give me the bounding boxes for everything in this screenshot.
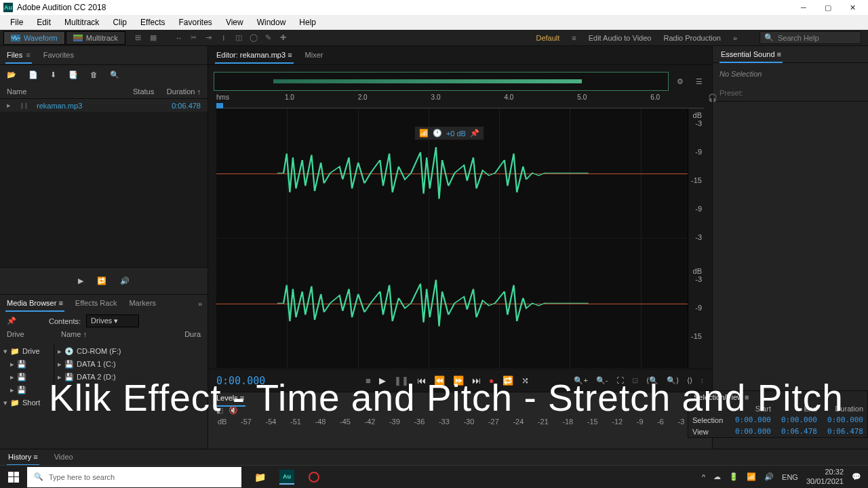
menu-view[interactable]: View (219, 16, 250, 29)
headphones-icon[interactable]: 🎧 (708, 94, 717, 102)
essential-sound-tab[interactable]: Essential Sound ≡ (719, 47, 783, 63)
media-shortcut-icon[interactable]: 📌 (7, 317, 16, 325)
razor-tool-icon[interactable]: ✂ (187, 32, 201, 44)
tray-battery-icon[interactable]: 🔋 (729, 472, 738, 481)
insert-icon[interactable]: ⬇ (50, 70, 56, 79)
tree-sub-3[interactable]: ▸💾 (3, 384, 50, 396)
tray-network-icon[interactable]: 📶 (747, 472, 756, 481)
current-time-display[interactable]: 0:00.000 (216, 375, 271, 387)
favorites-tab[interactable]: Favorites (42, 47, 75, 64)
waveform-mode-button[interactable]: Waveform (3, 31, 65, 45)
zoom-selection-button[interactable]: ⊡ (632, 376, 638, 385)
time-selection-tool-icon[interactable]: I (217, 32, 231, 44)
zoom-in-left-button[interactable]: ⟨🔍 (646, 376, 658, 385)
taskbar-search-input[interactable]: 🔍 Type here to search (27, 467, 241, 487)
drive-item-d[interactable]: ▸💾 DATA 2 (D:) (58, 371, 204, 384)
time-ruler[interactable]: hms 1.0 2.0 3.0 4.0 5.0 6.0 🎧 (216, 94, 704, 108)
brush-tool-icon[interactable]: ✎ (262, 32, 275, 44)
marquee-tool-icon[interactable]: ◫ (232, 32, 245, 44)
search-help-input[interactable]: 🔍 Search Help (760, 31, 861, 44)
tray-up-icon[interactable]: ^ (702, 473, 705, 481)
delete-file-icon[interactable]: 🗑 (90, 70, 98, 79)
zoom-vertical-button[interactable]: ↕ (701, 376, 705, 385)
forward-button[interactable]: ⏩ (453, 375, 464, 386)
drive-item-c[interactable]: ▸💾 DATA 1 (C:) (58, 358, 204, 371)
tray-notifications-icon[interactable]: 💬 (852, 472, 861, 481)
tray-onedrive-icon[interactable]: ☁ (713, 472, 721, 481)
search-file-icon[interactable]: 🔍 (110, 70, 119, 79)
spectral-toggle-icon[interactable]: ▦ (146, 32, 160, 44)
menu-edit[interactable]: Edit (30, 16, 58, 29)
zoom-full-button[interactable]: ⛶ (616, 376, 624, 385)
overview-waveform[interactable] (214, 72, 669, 91)
tree-item-drives[interactable]: ▾📁 Drive (3, 345, 50, 358)
sel-end[interactable]: 0:00.000 (775, 414, 821, 426)
mixer-tab[interactable]: Mixer (304, 47, 325, 64)
tree-sub-1[interactable]: ▸💾 (3, 358, 50, 371)
media-expand-icon[interactable]: » (198, 300, 202, 308)
expand-icon[interactable]: ▸ (7, 101, 20, 110)
menu-clip[interactable]: Clip (106, 16, 134, 29)
menu-file[interactable]: File (3, 16, 30, 29)
file-loop-icon[interactable]: 🔁 (97, 277, 106, 285)
view-dur[interactable]: 0:06.478 (821, 426, 867, 437)
files-name-header[interactable]: Name (7, 87, 133, 96)
hud-pin-icon[interactable]: 📌 (470, 129, 479, 138)
view-start[interactable]: 0:00.000 (729, 426, 775, 437)
media-dur-header[interactable]: Dura (184, 330, 201, 344)
file-play-icon[interactable]: ▶ (78, 277, 83, 285)
slip-tool-icon[interactable]: ⇥ (202, 32, 216, 44)
levels-tab[interactable]: Levels ≡ (215, 390, 245, 407)
tree-sub-2[interactable]: ▸💾 (3, 371, 50, 384)
close-button[interactable]: ✕ (840, 0, 865, 15)
stop-button[interactable]: ■ (366, 375, 371, 386)
workspace-radio[interactable]: Radio Production (663, 34, 720, 42)
new-file-icon[interactable]: 📄 (28, 70, 38, 79)
workspace-edit-av[interactable]: Edit Audio to Video (589, 34, 652, 42)
close-file-icon[interactable]: 📑 (68, 70, 78, 79)
start-button[interactable] (0, 466, 27, 489)
workspace-menu-icon[interactable]: ≡ (572, 34, 576, 42)
heal-tool-icon[interactable]: ✚ (277, 32, 290, 44)
menu-favorites[interactable]: Favorites (172, 16, 219, 29)
tray-clock[interactable]: 20:32 30/01/2021 (806, 468, 844, 485)
media-drive-header[interactable]: Drive (7, 330, 61, 344)
view-end[interactable]: 0:06.478 (775, 426, 821, 437)
goto-end-button[interactable]: ⏭ (472, 375, 481, 386)
video-tab[interactable]: Video (53, 449, 75, 466)
hud-toggle-icon[interactable]: ⊞ (132, 32, 145, 44)
overview-layout-icon[interactable]: ☰ (692, 74, 707, 89)
lasso-tool-icon[interactable]: ◯ (247, 32, 260, 44)
sel-dur[interactable]: 0:00.000 (821, 414, 867, 426)
open-file-icon[interactable]: 📂 (7, 70, 16, 79)
editor-tab[interactable]: Editor: rekaman.mp3 ≡ (215, 47, 294, 64)
levels-input-icon[interactable]: ◧ (216, 406, 223, 415)
waveform-left-channel[interactable]: L 📶 🕐 +0 dB 📌 (216, 108, 688, 239)
menu-multitrack[interactable]: Multitrack (58, 16, 106, 29)
files-tab[interactable]: Files≡ (5, 47, 32, 64)
goto-start-button[interactable]: ⏮ (417, 375, 426, 386)
pause-button[interactable]: ❚❚ (394, 375, 409, 386)
drive-item-cd[interactable]: ▸💿 CD-ROM (F:) (58, 345, 204, 358)
minimize-button[interactable]: ─ (791, 0, 816, 15)
loop-button[interactable]: 🔁 (502, 375, 513, 386)
file-autoplay-icon[interactable]: 🔊 (120, 277, 130, 285)
file-explorer-icon[interactable]: 📁 (248, 468, 271, 487)
waveform-right-channel[interactable]: R (216, 239, 688, 369)
tray-language[interactable]: ENG (782, 473, 798, 481)
effects-rack-tab[interactable]: Effects Rack (74, 296, 119, 312)
file-row[interactable]: ▸ ⧘⧙ rekaman.mp3 0:06.478 (0, 99, 208, 113)
files-status-header[interactable]: Status (133, 87, 160, 96)
overview-settings-icon[interactable]: ⚙ (673, 74, 688, 89)
record-button[interactable]: ● (489, 375, 494, 386)
audition-task-icon[interactable]: Au (275, 468, 298, 487)
media-name-header[interactable]: Name ↑ (61, 330, 184, 344)
sel-start[interactable]: 0:00.000 (729, 414, 775, 426)
menu-help[interactable]: Help (292, 16, 323, 29)
gain-hud[interactable]: 📶 🕐 +0 dB 📌 (414, 126, 484, 140)
recording-task-icon[interactable] (302, 468, 326, 487)
media-browser-tab[interactable]: Media Browser ≡ (5, 296, 64, 312)
zoom-out-button[interactable]: 🔍- (596, 376, 608, 385)
menu-window[interactable]: Window (250, 16, 293, 29)
tray-volume-icon[interactable]: 🔊 (764, 472, 774, 481)
